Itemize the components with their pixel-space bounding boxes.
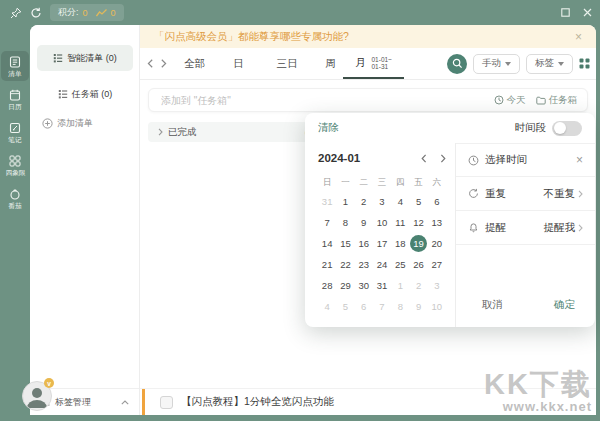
calendar-day[interactable]: 6	[355, 296, 373, 317]
task-title: 【闪点教程】1分钟全览闪点功能	[181, 395, 334, 409]
pin-icon[interactable]	[10, 7, 22, 19]
calendar-day[interactable]: 12	[409, 212, 427, 233]
select-time-row[interactable]: 选择时间 ×	[456, 143, 595, 177]
rail-item-label: 番茄	[8, 202, 21, 209]
calendar-day[interactable]: 14	[318, 233, 336, 254]
tab-week[interactable]: 周	[326, 57, 337, 71]
repeat-label: 重复	[485, 187, 506, 201]
calendar-day[interactable]: 31	[373, 275, 391, 296]
calendar-day[interactable]: 1	[336, 191, 354, 212]
clear-button[interactable]: 清除	[318, 121, 339, 135]
calendar-day[interactable]: 29	[336, 275, 354, 296]
calendar-day[interactable]: 31	[318, 191, 336, 212]
calendar-day[interactable]: 15	[336, 233, 354, 254]
calendar-day[interactable]: 17	[373, 233, 391, 254]
calendar-day[interactable]: 8	[336, 212, 354, 233]
calendar-day[interactable]: 20	[428, 233, 446, 254]
calendar-day[interactable]: 10	[373, 212, 391, 233]
calendar-day[interactable]: 3	[373, 191, 391, 212]
tab-month-selected[interactable]: 月 01-01~01-31	[343, 48, 404, 79]
calendar-day[interactable]: 13	[428, 212, 446, 233]
calendar-day[interactable]: 1	[391, 275, 409, 296]
banner-close-icon[interactable]: ×	[575, 31, 582, 43]
maximize-icon[interactable]	[561, 8, 570, 17]
clear-time-icon[interactable]: ×	[576, 154, 583, 166]
add-list-button[interactable]: 添加清单	[42, 117, 93, 130]
close-icon[interactable]	[583, 8, 592, 17]
calendar-day[interactable]: 24	[373, 254, 391, 275]
calendar-day[interactable]: 16	[355, 233, 373, 254]
calendar-day[interactable]: 25	[391, 254, 409, 275]
weekday-label: 三	[373, 175, 391, 189]
calendar-day[interactable]: 4	[318, 296, 336, 317]
calendar-day[interactable]: 9	[355, 212, 373, 233]
tab-all[interactable]: 全部	[184, 57, 205, 71]
calendar-day[interactable]: 21	[318, 254, 336, 275]
rail-item-lists[interactable]: 清单	[1, 51, 29, 81]
calendar-day[interactable]: 5	[409, 191, 427, 212]
calendar-day[interactable]: 7	[373, 296, 391, 317]
calendar-day[interactable]: 5	[336, 296, 354, 317]
bell-icon	[468, 222, 479, 233]
calendar-day[interactable]: 6	[428, 191, 446, 212]
sidebar-item-task-box[interactable]: 任务箱 (0)	[37, 81, 133, 107]
remind-row[interactable]: 提醒 提醒我	[456, 211, 595, 245]
prev-period-icon[interactable]	[147, 59, 154, 68]
promo-banner[interactable]: 「闪点高级会员」都能尊享哪些专属功能? ×	[140, 25, 596, 48]
tab-three-day[interactable]: 三日	[277, 57, 298, 71]
calendar-day[interactable]: 23	[355, 254, 373, 275]
confirm-button[interactable]: 确定	[554, 298, 575, 312]
calendar-day-selected[interactable]: 19	[410, 235, 427, 252]
calendar-grid: 3112345678910111213141516171819202122232…	[318, 191, 446, 317]
calendar-day[interactable]: 10	[428, 296, 446, 317]
trend-icon	[96, 9, 107, 17]
tag-filter-button[interactable]: 标签	[526, 54, 573, 74]
calendar-day[interactable]: 2	[409, 275, 427, 296]
refresh-icon[interactable]	[30, 7, 42, 19]
calendar-day[interactable]: 22	[336, 254, 354, 275]
calendar-day[interactable]: 4	[391, 191, 409, 212]
priority-bar	[142, 389, 145, 415]
calendar-day[interactable]: 9	[409, 296, 427, 317]
weekday-label: 二	[355, 175, 373, 189]
tomato-icon	[9, 188, 21, 200]
chevron-right-icon	[158, 128, 163, 136]
calendar-day[interactable]: 8	[391, 296, 409, 317]
today-button[interactable]: 今天	[494, 94, 526, 107]
rail-item-label: 笔记	[8, 136, 21, 143]
repeat-row[interactable]: 重复 不重复	[456, 177, 595, 211]
next-period-icon[interactable]	[160, 59, 167, 68]
remind-label: 提醒	[485, 221, 506, 235]
calendar-day[interactable]: 11	[391, 212, 409, 233]
time-range-toggle[interactable]	[552, 121, 582, 136]
task-checkbox[interactable]	[160, 396, 173, 409]
search-button[interactable]	[447, 54, 467, 74]
calendar-day[interactable]: 2	[355, 191, 373, 212]
rail-item-notes[interactable]: 笔记	[1, 117, 29, 147]
calendar-day[interactable]: 28	[318, 275, 336, 296]
manual-sort-button[interactable]: 手动	[473, 54, 520, 74]
tab-day[interactable]: 日	[233, 57, 244, 71]
rail-item-calendar[interactable]: 日历	[1, 84, 29, 114]
calendar-day[interactable]: 7	[318, 212, 336, 233]
next-month-icon[interactable]	[440, 154, 446, 163]
calendar-day[interactable]: 26	[409, 254, 427, 275]
prev-month-icon[interactable]	[421, 154, 427, 163]
weekday-label: 四	[391, 175, 409, 189]
task-box-select-button[interactable]: 任务箱	[536, 94, 578, 107]
calendar-day[interactable]: 18	[391, 233, 409, 254]
smart-list-icon	[53, 53, 63, 63]
completed-section-header[interactable]: 已完成 0	[148, 122, 320, 142]
task-row[interactable]: 【闪点教程】1分钟全览闪点功能	[140, 388, 596, 415]
add-task-input[interactable]	[159, 94, 484, 107]
calendar-day[interactable]: 27	[428, 254, 446, 275]
calendar-day[interactable]: 30	[355, 275, 373, 296]
remind-value: 提醒我	[544, 221, 584, 235]
cancel-button[interactable]: 取消	[482, 298, 503, 312]
rail-item-pomodoro[interactable]: 番茄	[1, 183, 29, 213]
sidebar-item-smart-list[interactable]: 智能清单 (0)	[37, 45, 133, 71]
layout-grid-icon[interactable]	[579, 58, 590, 69]
calendar-day[interactable]: 3	[428, 275, 446, 296]
rail-item-quadrant[interactable]: 四象限	[1, 150, 29, 180]
weekday-label: 六	[428, 175, 446, 189]
